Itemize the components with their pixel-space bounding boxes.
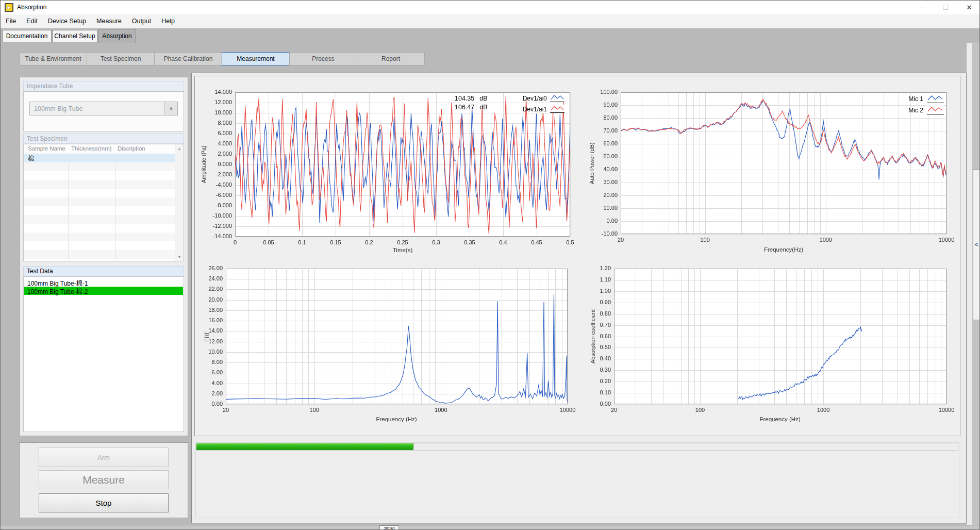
window-title: Absorption bbox=[17, 4, 46, 11]
cursor-unit-1: dB bbox=[479, 95, 487, 102]
frf-x-title: Frequency (Hz) bbox=[376, 416, 417, 422]
impedance-tube-select[interactable]: 100mm Big Tube ▼ bbox=[29, 102, 178, 115]
absorption-y-title: Absorption coefficient bbox=[589, 269, 597, 404]
scroll-up-icon[interactable]: ▲ bbox=[175, 145, 184, 152]
impedance-tube-header: Impendace Tube bbox=[23, 81, 184, 91]
test-data-list: 100mm Big Tube-棉-1 100mm Big Tube-棉-2 bbox=[23, 276, 184, 432]
legend-icon-mic2 bbox=[927, 105, 944, 114]
bottom-band bbox=[1, 525, 980, 530]
subtab-phase-calibration[interactable]: Phase Calibration bbox=[154, 52, 222, 65]
title-bar: ▶ Absorption – ☐ ✕ bbox=[1, 1, 980, 14]
menu-file[interactable]: File bbox=[1, 14, 21, 28]
legend-dev1-ai1[interactable]: Dev1/ai1 bbox=[511, 106, 547, 113]
subtab-report[interactable]: Report bbox=[357, 52, 425, 65]
legend-icon-dev1-ai1 bbox=[550, 105, 564, 113]
legend-icon-dev1-ai0 bbox=[550, 94, 564, 102]
subtab-tube-environment[interactable]: Tube & Environment bbox=[19, 52, 87, 65]
time-chart-y-title: Amplitude (Pa) bbox=[200, 92, 208, 237]
arm-button[interactable]: Arm bbox=[39, 448, 169, 467]
menu-edit[interactable]: Edit bbox=[21, 14, 43, 28]
scroll-down-icon[interactable]: ▼ bbox=[175, 253, 184, 260]
cursor-readout-1: 104.35dB bbox=[455, 95, 488, 102]
autopower-y-title: Auto Power (dB) bbox=[588, 92, 596, 234]
menu-device-setup[interactable]: Device Setup bbox=[43, 14, 91, 28]
tab-absorption[interactable]: Absorption bbox=[98, 29, 136, 43]
subtab-process[interactable]: Process bbox=[289, 52, 357, 65]
panel-collapse-handle[interactable]: < bbox=[973, 169, 980, 320]
main-tab-strip bbox=[1, 28, 980, 42]
test-specimen-header: Test Specimen bbox=[23, 134, 184, 144]
test-data-header: Test Data bbox=[23, 266, 184, 276]
col-discription: Discription bbox=[118, 145, 145, 152]
time-chart-x-title: Time(s) bbox=[393, 247, 413, 253]
menu-bar: File Edit Device Setup Measure Output He… bbox=[1, 14, 980, 28]
specimen-row[interactable]: 棉 bbox=[24, 154, 175, 162]
subtab-measurement[interactable]: Measurement bbox=[222, 52, 290, 65]
legend-mic2[interactable]: Mic 2 bbox=[887, 107, 923, 114]
table-scrollbar[interactable]: ▲ ▼ bbox=[175, 144, 184, 261]
legend-dev1-ai0[interactable]: Dev1/ai0 bbox=[511, 95, 547, 102]
run-arrow-icon: ▶ bbox=[7, 6, 10, 10]
test-data-item-selected[interactable]: 100mm Big Tube-棉-2 bbox=[24, 287, 183, 295]
menu-measure[interactable]: Measure bbox=[91, 14, 127, 28]
cursor-value-1: 104.35 bbox=[455, 95, 474, 102]
tab-documentation[interactable]: Documentation bbox=[2, 30, 52, 42]
col-thickness: Thickness(mm) bbox=[71, 145, 112, 152]
col-sample-name: Sample Name bbox=[28, 145, 65, 152]
tab-channel-setup[interactable]: Channel Setup bbox=[52, 30, 97, 42]
autopower-x-title: Frequency(Hz) bbox=[764, 246, 803, 253]
measure-button[interactable]: Measure bbox=[39, 470, 169, 489]
cursor-value-2: 106.47 bbox=[455, 104, 474, 111]
bottom-tab-draw[interactable]: 画图 bbox=[379, 525, 399, 530]
test-data-item[interactable]: 100mm Big Tube-棉-1 bbox=[24, 278, 183, 287]
cursor-unit-2: dB bbox=[479, 104, 487, 111]
collapse-left-icon: < bbox=[975, 242, 978, 247]
progress-area bbox=[195, 442, 959, 518]
cursor-readout-2: 106.47dB bbox=[455, 104, 488, 111]
test-specimen-columns: Sample Name Thickness(mm) Discription bbox=[24, 144, 175, 154]
app-icon: ▶ bbox=[5, 3, 13, 12]
frf-chart bbox=[199, 261, 575, 429]
absorption-x-title: Frequency (Hz) bbox=[759, 416, 800, 422]
dropdown-arrow-icon[interactable]: ▼ bbox=[164, 102, 177, 115]
maximize-button[interactable]: ☐ bbox=[936, 1, 955, 14]
legend-mic1[interactable]: Mic 1 bbox=[887, 95, 923, 103]
application-window: ▶ Absorption – ☐ ✕ File Edit Device Setu… bbox=[0, 0, 980, 530]
close-button[interactable]: ✕ bbox=[959, 1, 979, 14]
absorption-chart bbox=[586, 261, 967, 429]
minimize-button[interactable]: – bbox=[912, 1, 932, 14]
test-specimen-table: Sample Name Thickness(mm) Discription 棉 … bbox=[23, 144, 184, 261]
subtab-test-specimen[interactable]: Test Specimen bbox=[87, 52, 155, 65]
menu-help[interactable]: Help bbox=[156, 14, 180, 28]
legend-icon-mic1 bbox=[927, 94, 944, 103]
stop-button[interactable]: Stop bbox=[39, 493, 169, 512]
right-margin bbox=[967, 43, 972, 525]
progress-bar bbox=[196, 443, 958, 451]
frf-y-title: FRF bbox=[203, 269, 211, 404]
test-specimen-body: 棉 bbox=[24, 154, 175, 261]
impedance-tube-value: 100mm Big Tube bbox=[30, 105, 164, 112]
progress-fill bbox=[196, 443, 413, 450]
menu-output[interactable]: Output bbox=[127, 14, 157, 28]
